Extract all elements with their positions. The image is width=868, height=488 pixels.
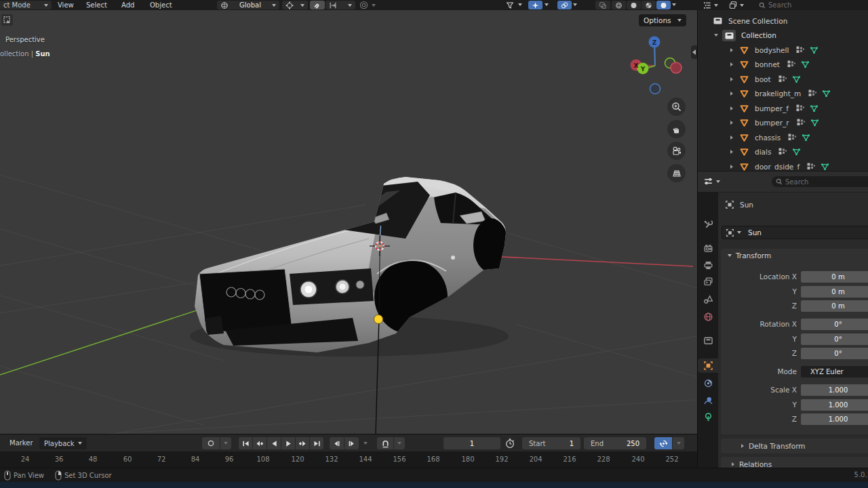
properties-editor-type-dropdown[interactable] — [703, 176, 720, 186]
object-visibility-button[interactable] — [502, 1, 517, 9]
play-reverse-button[interactable] — [267, 437, 281, 449]
gizmo-neg-x-axis[interactable] — [671, 62, 682, 73]
options-dropdown[interactable]: Options — [639, 14, 686, 26]
playback-menu[interactable]: Playback — [39, 437, 87, 449]
tab-render[interactable] — [703, 243, 713, 253]
show-overlays-button[interactable] — [557, 1, 572, 9]
previous-keyframe-button[interactable] — [253, 437, 267, 449]
tab-output[interactable] — [703, 260, 713, 270]
rotation-x-field[interactable]: 0° — [801, 319, 868, 330]
pan-button[interactable] — [667, 120, 686, 138]
outliner-item-brakelight-m[interactable]: brakelight_m — [698, 87, 868, 102]
marker-menu[interactable]: Marker — [9, 434, 33, 452]
current-frame-field[interactable]: 1 — [443, 437, 500, 449]
rotation-y-field[interactable]: 0° — [801, 333, 868, 345]
tab-object[interactable] — [703, 360, 713, 371]
use-preview-range-button[interactable] — [505, 438, 515, 449]
outliner-search-input[interactable] — [755, 1, 860, 9]
proportional-editing-dropdown[interactable] — [359, 1, 376, 9]
3d-viewport[interactable]: Perspective ollection | Sun Options Z X … — [0, 10, 697, 434]
scale-z-field[interactable]: 1.000 — [801, 413, 868, 425]
tab-scene[interactable] — [703, 293, 713, 304]
snap-toggle-button[interactable] — [310, 1, 325, 9]
zoom-button[interactable] — [667, 98, 686, 116]
chevron-down-icon[interactable] — [545, 3, 549, 6]
scale-x-field[interactable]: 1.000 — [801, 384, 868, 396]
data-blocks-icon — [795, 104, 805, 113]
gizmo-neg-z-axis[interactable] — [650, 84, 660, 94]
toggle-perspective-button[interactable] — [667, 164, 686, 182]
frame-start-field[interactable]: Start 1 — [522, 437, 580, 449]
playback-sync-toggle[interactable] — [654, 437, 672, 449]
location-z-field[interactable]: 0 m — [801, 300, 868, 312]
shading-wireframe-button[interactable] — [612, 1, 626, 9]
tab-collection[interactable] — [703, 335, 713, 346]
next-keyframe-button[interactable] — [296, 437, 309, 449]
show-gizmo-button[interactable] — [528, 1, 542, 9]
location-x-field[interactable]: 0 m — [801, 271, 868, 283]
camera-view-button[interactable] — [667, 142, 686, 160]
sidebar-collapse-handle[interactable] — [691, 45, 697, 59]
pivot-point-dropdown[interactable] — [282, 1, 308, 9]
active-tool-button[interactable] — [1, 14, 13, 26]
transform-panel-header[interactable]: Transform — [728, 251, 771, 260]
shading-rendered-button[interactable] — [656, 1, 671, 9]
chevron-down-icon[interactable] — [672, 3, 676, 6]
xray-toggle-button[interactable] — [595, 1, 610, 9]
outliner-item-bumper-f[interactable]: bumper_f — [698, 101, 868, 116]
snap-settings-dropdown[interactable] — [326, 1, 355, 9]
mode-dropdown[interactable]: ct Mode — [0, 1, 52, 9]
outliner-editor-type-dropdown[interactable] — [703, 1, 718, 9]
jump-to-start-button[interactable] — [239, 437, 252, 449]
jump-to-end-button[interactable] — [310, 437, 323, 449]
sync-dropdown[interactable] — [673, 437, 684, 449]
menu-object[interactable]: Object — [150, 0, 172, 10]
collapse-icon[interactable] — [714, 34, 718, 37]
tab-object-data[interactable] — [703, 411, 713, 422]
rotation-mode-dropdown[interactable]: XYZ Euler — [801, 366, 868, 378]
outliner-scene-collection[interactable]: Scene Collection — [698, 14, 868, 28]
step-back-button[interactable] — [330, 437, 344, 449]
menu-select[interactable]: Select — [86, 0, 107, 10]
menu-add[interactable]: Add — [121, 0, 134, 10]
scale-y-field[interactable]: 1.000 — [801, 399, 868, 411]
auto-keying-toggle[interactable] — [202, 437, 220, 449]
navigation-gizmo[interactable]: Z X Y — [627, 34, 688, 96]
outliner-item-bodyshell[interactable]: bodyshell — [698, 43, 868, 58]
tab-constraints[interactable] — [703, 378, 713, 388]
timeline-snap-dropdown[interactable] — [394, 437, 405, 449]
chevron-down-icon[interactable] — [363, 442, 368, 445]
outliner-display-mode-dropdown[interactable] — [728, 1, 744, 9]
expand-icon[interactable] — [730, 48, 733, 52]
step-forward-button[interactable] — [344, 437, 359, 449]
timeline-ruler[interactable]: 24 36 48 60 72 84 96 108 120 132 144 156… — [0, 451, 697, 468]
location-y-field[interactable]: 0 m — [801, 286, 868, 298]
tab-tool[interactable] — [703, 219, 713, 230]
frame-end-field[interactable]: End 250 — [584, 437, 646, 449]
outliner-collection[interactable]: Collection — [698, 28, 868, 43]
shading-material-button[interactable] — [642, 1, 656, 9]
outliner-item-bumper-r[interactable]: bumper_r — [698, 116, 868, 131]
play-button[interactable] — [281, 437, 295, 449]
chevron-down-icon[interactable] — [518, 3, 522, 6]
transform-orientation-dropdown[interactable]: Global — [217, 1, 279, 9]
chevron-down-icon[interactable] — [573, 3, 577, 6]
outliner-item-boot[interactable]: boot — [698, 72, 868, 87]
tab-world[interactable] — [703, 311, 713, 322]
outliner-item-bonnet[interactable]: bonnet — [698, 58, 868, 73]
properties-search-input[interactable] — [772, 176, 868, 187]
outliner-item-dials[interactable]: dials — [698, 145, 868, 160]
shading-solid-button[interactable] — [627, 1, 641, 9]
tab-view-layer[interactable] — [703, 276, 713, 287]
tab-physics[interactable] — [703, 394, 713, 405]
mesh-data-icon — [820, 162, 830, 171]
outliner-item-door-dside-f[interactable]: door_dside_f — [698, 159, 868, 171]
relations-panel[interactable]: Relations — [721, 457, 868, 468]
timeline-snap-toggle[interactable] — [377, 437, 393, 449]
rotation-z-field[interactable]: 0° — [801, 348, 868, 359]
delta-transform-panel[interactable]: Delta Transform — [721, 439, 868, 453]
auto-keying-dropdown[interactable] — [220, 437, 231, 449]
menu-view[interactable]: View — [58, 0, 74, 10]
object-name-field[interactable]: Sun — [722, 226, 868, 239]
outliner-item-chassis[interactable]: chassis — [698, 130, 868, 145]
